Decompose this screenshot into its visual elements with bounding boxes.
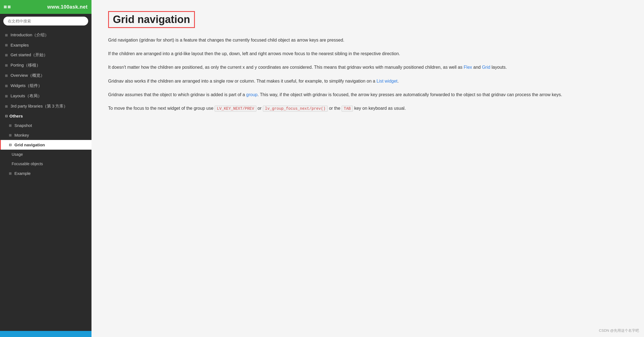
code-lv-key-next-prev: LV_KEY_NEXT/PREV [215,106,256,112]
main-content: Grid navigation Grid navigation (gridnav… [91,0,644,337]
p2-text: If the children are arranged into a grid… [108,51,400,56]
toggle-icon-others: ⊟ [5,114,8,118]
toggle-icon-examples: ⊞ [5,43,9,47]
sidebar: www.100ask.net ⊞ Introduction（介绍） ⊞ Exam… [0,0,91,337]
paragraph-2: If the children are arranged into a grid… [108,50,627,57]
sidebar-item-example-label: Example [14,171,30,176]
sidebar-item-overview-label: Overview（概览） [11,73,45,78]
sidebar-item-porting-label: Porting（移植） [11,63,40,68]
p1-text: Grid navigation (gridnav for short) is a… [108,38,344,42]
sidebar-item-example[interactable]: ⊞ Example [0,168,91,178]
paragraph-4: Gridnav also works if the children are a… [108,77,627,85]
sidebar-item-focusable-objects-label: Focusable objects [12,162,43,166]
p5-text-1: Gridnav assumes that the object to which… [108,92,246,97]
paragraph-1: Grid navigation (gridnav for short) is a… [108,36,627,44]
group-link[interactable]: group [246,92,258,97]
p3-text-1: It doesn't matter how the children are p… [108,65,464,70]
sidebar-item-layouts[interactable]: ⊞ Layouts（布局） [0,91,91,101]
p6-text-2: or [256,106,263,111]
sidebar-header: www.100ask.net [0,0,91,14]
p3-text-3: layouts. [490,65,507,70]
paragraph-6: To move the focus to the next widget of … [108,104,627,112]
sidebar-item-monkey-label: Monkey [14,133,29,137]
sidebar-item-layouts-label: Layouts（布局） [11,93,42,99]
search-input[interactable] [3,17,88,25]
grid-link[interactable]: Grid [482,65,490,70]
sidebar-item-examples[interactable]: ⊞ Examples [0,40,91,50]
sidebar-item-porting[interactable]: ⊞ Porting（移植） [0,60,91,70]
paragraph-5: Gridnav assumes that the object to which… [108,91,627,98]
toggle-icon-widgets: ⊞ [5,84,9,88]
sidebar-item-examples-label: Examples [11,43,29,47]
sidebar-item-usage[interactable]: Usage [0,150,91,159]
sidebar-others-label: Others [9,114,23,118]
sidebar-item-3rdparty[interactable]: ⊞ 3rd party libraries（第３方库） [0,101,91,111]
sidebar-item-usage-label: Usage [12,152,23,157]
p4-text-2: . [398,79,399,83]
toggle-icon-monkey: ⊞ [9,133,13,137]
p6-text-1: To move the focus to the next widget of … [108,106,215,111]
toggle-icon-layouts: ⊞ [5,94,9,98]
header-squares [4,6,11,8]
flex-link[interactable]: Flex [464,65,472,70]
sidebar-item-get-started-label: Get started（开始） [11,52,48,58]
sidebar-item-3rdparty-label: 3rd party libraries（第３方库） [11,104,68,109]
header-sq-2 [8,6,11,8]
sidebar-others-section[interactable]: ⊟ Others [0,111,91,121]
sidebar-logo: www.100ask.net [47,4,88,10]
p3-text-2: and [472,65,482,70]
p6-text-3: or the [328,106,342,111]
sidebar-item-snapshot[interactable]: ⊞ Snapshot [0,121,91,130]
toggle-icon-snapshot: ⊞ [9,124,13,127]
sidebar-item-get-started[interactable]: ⊞ Get started（开始） [0,50,91,60]
sidebar-item-introduction[interactable]: ⊞ Introduction（介绍） [0,30,91,40]
sidebar-item-overview[interactable]: ⊞ Overview（概览） [0,70,91,81]
sidebar-item-introduction-label: Introduction（介绍） [11,32,49,38]
toggle-icon-porting: ⊞ [5,63,9,67]
p6-text-4: key on keyboard as usual. [353,106,406,111]
toggle-icon-introduction: ⊞ [5,33,9,37]
sidebar-bottom-bar [0,331,91,337]
paragraph-3: It doesn't matter how the children are p… [108,63,627,71]
sidebar-item-grid-navigation-label: Grid navigation [14,142,45,147]
toggle-icon-example: ⊞ [9,172,13,175]
toggle-icon-overview: ⊞ [5,74,9,78]
toggle-icon-get-started: ⊞ [5,53,9,57]
sidebar-item-monkey[interactable]: ⊞ Monkey [0,130,91,140]
p5-text-2: . This way, if the object with gridnav i… [258,92,562,97]
code-tab: TAB [342,106,353,112]
p4-text-1: Gridnav also works if the children are a… [108,79,376,83]
sidebar-item-widgets-label: Widgets（组件） [11,83,42,88]
list-widget-link[interactable]: List widget [376,79,398,83]
sidebar-item-grid-navigation[interactable]: ⊟ Grid navigation [0,140,91,150]
sidebar-item-snapshot-label: Snapshot [14,123,32,128]
watermark: CSDN @先用这个名字吧 [599,328,639,333]
sidebar-item-focusable-objects[interactable]: Focusable objects [0,159,91,168]
sidebar-item-widgets[interactable]: ⊞ Widgets（组件） [0,81,91,91]
search-box [0,14,91,28]
nav-list: ⊞ Introduction（介绍） ⊞ Examples ⊞ Get star… [0,28,91,331]
header-sq-1 [4,6,7,8]
toggle-icon-3rdparty: ⊞ [5,104,9,108]
content-body: Grid navigation (gridnav for short) is a… [108,36,627,112]
toggle-icon-grid-navigation: ⊟ [9,143,13,147]
page-title: Grid navigation [108,11,195,28]
code-lv-group-focus: lv_group_focus_next/prev() [263,106,328,112]
